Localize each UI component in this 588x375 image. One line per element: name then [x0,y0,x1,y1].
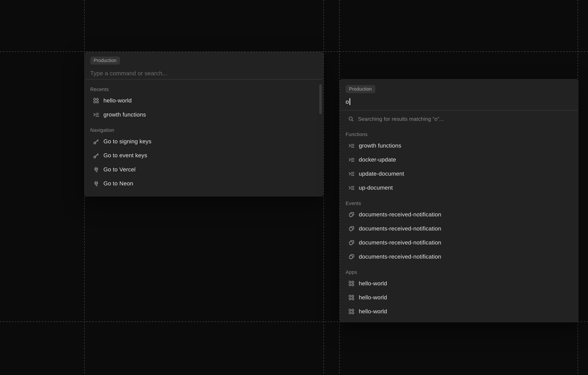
search-status-text: Searching for results matching “o”... [358,116,444,122]
command-list: Searching for results matching “o”... Fu… [340,111,578,318]
windows-icon [348,240,355,245]
command-item-label: growth functions [359,142,401,149]
command-search-input-value: o [346,98,349,105]
command-item-label: hello-world [359,280,387,286]
function-icon [348,171,355,177]
command-search-input[interactable]: o [346,98,572,105]
command-item[interactable]: documents-received-notification [340,207,578,222]
environment-badge[interactable]: Production [346,85,375,93]
environment-badge[interactable]: Production [90,57,120,65]
command-item-label: documents-received-notification [359,253,441,260]
grid-line-vertical [324,0,324,375]
command-item-label: Go to event keys [103,152,147,159]
section-title: Events [346,200,572,206]
function-icon [93,111,99,118]
command-item[interactable]: up-document [340,181,578,195]
search-status: Searching for results matching “o”... [340,112,578,126]
windows-icon [348,212,355,218]
command-item[interactable]: Go to Vercel [85,162,323,176]
section-title: Apps [346,269,572,275]
command-item-label: hello-world [103,97,132,104]
command-item[interactable]: documents-received-notification [340,250,578,264]
search-icon [348,116,354,122]
section-title: Navigation [90,127,317,133]
command-item[interactable]: hello-world [340,304,578,318]
plug-icon [93,181,99,186]
command-palette-left: Production Recentshello-worldgrowth func… [84,52,324,197]
command-item[interactable]: documents-received-notification [340,235,578,250]
command-list: Recentshello-worldgrowth functionsNaviga… [85,80,323,191]
apps-icon [348,308,355,314]
command-item-label: Go to signing keys [103,138,151,144]
text-cursor [350,98,350,105]
command-item-label: update-document [359,171,404,177]
command-item-label: documents-received-notification [359,225,441,232]
command-item-label: Go to Vercel [103,166,136,172]
command-item[interactable]: update-document [340,167,578,181]
command-item[interactable]: hello-world [340,276,578,290]
command-item[interactable]: growth functions [340,139,578,152]
command-item[interactable]: Go to signing keys [85,134,323,148]
apps-icon [93,98,99,104]
command-item-label: hello-world [359,294,387,301]
page-background: Production Recentshello-worldgrowth func… [0,0,588,375]
apps-icon [348,294,355,300]
command-item[interactable]: hello-world [85,93,323,108]
apps-icon [348,280,355,286]
command-search-input[interactable] [90,70,317,77]
command-item[interactable]: growth functions [85,108,323,122]
command-item-label: Go to Neon [103,180,133,187]
command-item[interactable]: Go to Neon [85,176,323,191]
command-item[interactable]: docker-update [340,152,578,167]
command-item-label: up-document [359,184,393,191]
command-item[interactable]: Go to event keys [85,148,323,162]
command-item-label: documents-received-notification [359,211,441,218]
command-item-label: hello-world [359,308,387,315]
function-icon [348,185,355,191]
scrollbar-thumb[interactable] [319,84,322,114]
plug-icon [93,166,99,172]
section-title: Functions [346,131,572,137]
command-palette-right: Production o Searching for results match… [340,79,578,322]
command-item-label: growth functions [103,111,146,118]
windows-icon [348,254,355,260]
section-title: Recents [90,86,317,92]
function-icon [348,157,355,163]
windows-icon [348,226,355,232]
key-icon [93,152,99,159]
command-item-label: documents-received-notification [359,239,441,246]
key-icon [93,138,99,144]
command-item-label: docker-update [359,156,396,163]
command-item[interactable]: hello-world [340,290,578,304]
command-item[interactable]: documents-received-notification [340,222,578,235]
function-icon [348,143,355,149]
